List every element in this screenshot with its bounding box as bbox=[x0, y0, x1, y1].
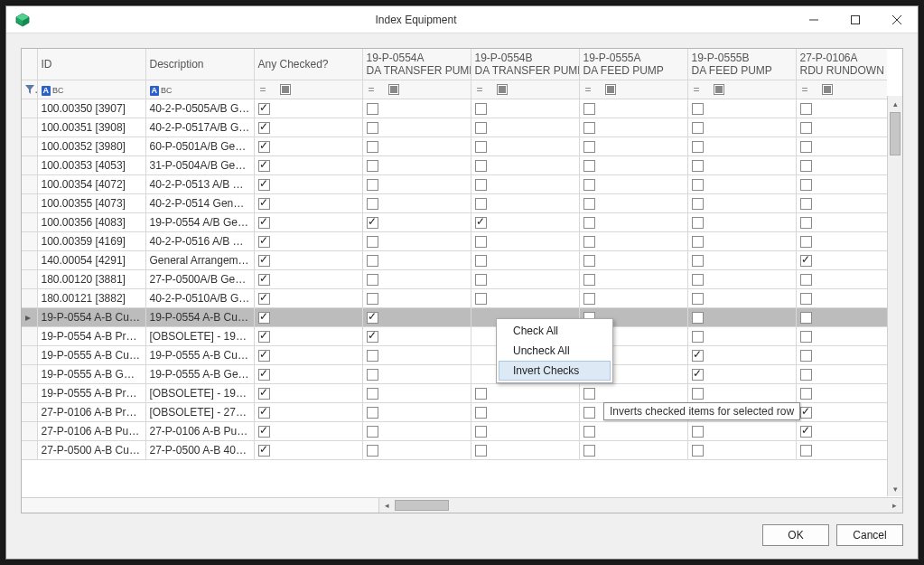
cell-checkbox[interactable] bbox=[471, 288, 579, 307]
checkbox[interactable] bbox=[258, 369, 270, 381]
checkbox[interactable] bbox=[800, 274, 812, 286]
row-marker[interactable] bbox=[22, 118, 37, 137]
filter-any[interactable]: = bbox=[254, 80, 362, 99]
row-marker[interactable] bbox=[22, 212, 37, 231]
cell-description[interactable]: 27-P-0500 A-B 40-… bbox=[145, 440, 254, 459]
row-marker[interactable] bbox=[22, 440, 37, 459]
checkbox[interactable] bbox=[800, 293, 812, 305]
cell-description[interactable]: 27-P-0106 A-B Pu… bbox=[145, 421, 254, 440]
checkbox[interactable] bbox=[692, 350, 704, 362]
checkbox[interactable] bbox=[692, 369, 704, 381]
cell-any-checked[interactable] bbox=[254, 155, 362, 174]
checkbox[interactable] bbox=[367, 274, 378, 286]
checkbox[interactable] bbox=[692, 312, 704, 324]
header-id[interactable]: ID bbox=[37, 49, 145, 80]
row-marker[interactable] bbox=[22, 345, 37, 364]
cell-id[interactable]: 19-P-0555 A-B Cur… bbox=[37, 345, 145, 364]
cell-description[interactable]: 19-P-0555 A-B Cur… bbox=[145, 345, 254, 364]
checkbox[interactable] bbox=[692, 160, 704, 172]
header-select-all[interactable] bbox=[22, 49, 37, 80]
checkbox[interactable] bbox=[800, 369, 812, 381]
checkbox[interactable] bbox=[367, 122, 378, 134]
cell-id[interactable]: 27-P-0500 A-B Cur… bbox=[37, 440, 145, 459]
cancel-button[interactable]: Cancel bbox=[836, 524, 903, 546]
cell-description[interactable]: [OBSOLETE] - 19-P… bbox=[145, 383, 254, 402]
checkbox[interactable] bbox=[583, 236, 595, 248]
cell-id[interactable]: 140.00054 [4291] bbox=[37, 250, 145, 269]
checkbox[interactable] bbox=[692, 445, 704, 457]
table-row[interactable]: 180.00120 [3881]27-P-0500A/B Gen… bbox=[22, 269, 887, 288]
row-marker[interactable] bbox=[22, 193, 37, 212]
cell-checkbox[interactable] bbox=[687, 269, 796, 288]
cell-checkbox[interactable] bbox=[687, 345, 796, 364]
checkbox[interactable] bbox=[583, 274, 595, 286]
cell-id[interactable]: 100.00352 [3980] bbox=[37, 137, 145, 155]
cell-description[interactable]: 40-2-P-0513 A/B G… bbox=[145, 174, 254, 193]
cell-description[interactable]: 27-P-0500A/B Gen… bbox=[145, 269, 254, 288]
checkbox[interactable] bbox=[800, 179, 812, 191]
checkbox[interactable] bbox=[692, 103, 704, 115]
checkbox[interactable] bbox=[258, 103, 270, 115]
cell-description[interactable]: 40-2-P-0505A/B G… bbox=[145, 99, 254, 118]
cell-checkbox[interactable] bbox=[796, 212, 887, 231]
checkbox[interactable] bbox=[258, 407, 270, 419]
checkbox[interactable] bbox=[800, 122, 812, 134]
hscroll-left-icon[interactable]: ◂ bbox=[379, 498, 395, 513]
cell-checkbox[interactable] bbox=[687, 212, 796, 231]
context-menu-item[interactable]: Invert Checks bbox=[499, 361, 611, 381]
context-menu-item[interactable]: Check All bbox=[499, 321, 611, 341]
cell-any-checked[interactable] bbox=[254, 212, 362, 231]
checkbox[interactable] bbox=[692, 293, 704, 305]
checkbox[interactable] bbox=[367, 217, 378, 229]
cell-checkbox[interactable] bbox=[579, 250, 687, 269]
header-description[interactable]: Description bbox=[145, 49, 254, 80]
cell-id[interactable]: 100.00356 [4083] bbox=[37, 212, 145, 231]
checkbox[interactable] bbox=[367, 255, 378, 267]
cell-checkbox[interactable] bbox=[362, 269, 471, 288]
cell-checkbox[interactable] bbox=[796, 307, 887, 326]
checkbox[interactable] bbox=[692, 426, 704, 438]
vertical-scroll-thumb[interactable] bbox=[890, 112, 901, 155]
cell-checkbox[interactable] bbox=[471, 193, 579, 212]
cell-description[interactable]: 19-P-0554 A/B Ge… bbox=[145, 212, 254, 231]
checkbox[interactable] bbox=[475, 141, 487, 153]
cell-checkbox[interactable] bbox=[471, 383, 579, 402]
cell-any-checked[interactable] bbox=[254, 326, 362, 345]
cell-checkbox[interactable] bbox=[796, 269, 887, 288]
cell-checkbox[interactable] bbox=[362, 250, 471, 269]
table-row[interactable]: 27-P-0500 A-B Cur…27-P-0500 A-B 40-… bbox=[22, 440, 887, 459]
row-marker[interactable] bbox=[22, 155, 37, 174]
cell-checkbox[interactable] bbox=[471, 155, 579, 174]
checkbox[interactable] bbox=[583, 160, 595, 172]
cell-description[interactable]: 40-2-P-0514 Gener… bbox=[145, 193, 254, 212]
checkbox[interactable] bbox=[475, 236, 487, 248]
cell-checkbox[interactable] bbox=[471, 440, 579, 459]
cell-description[interactable]: [OBSOLETE] - 19-P… bbox=[145, 326, 254, 345]
checkbox[interactable] bbox=[800, 350, 812, 362]
cell-any-checked[interactable] bbox=[254, 99, 362, 118]
cell-checkbox[interactable] bbox=[796, 383, 887, 402]
cell-checkbox[interactable] bbox=[362, 231, 471, 250]
checkbox[interactable] bbox=[258, 179, 270, 191]
cell-checkbox[interactable] bbox=[471, 212, 579, 231]
cell-any-checked[interactable] bbox=[254, 231, 362, 250]
cell-checkbox[interactable] bbox=[579, 269, 687, 288]
checkbox[interactable] bbox=[692, 331, 704, 343]
cell-description[interactable]: General Arrangem… bbox=[145, 250, 254, 269]
cell-checkbox[interactable] bbox=[579, 99, 687, 118]
checkbox[interactable] bbox=[800, 426, 812, 438]
cell-checkbox[interactable] bbox=[796, 250, 887, 269]
checkbox[interactable] bbox=[258, 217, 270, 229]
cell-any-checked[interactable] bbox=[254, 137, 362, 155]
checkbox[interactable] bbox=[692, 255, 704, 267]
filter-row[interactable]: ABC ABC = = = = = = bbox=[22, 80, 887, 99]
cell-checkbox[interactable] bbox=[471, 402, 579, 421]
row-marker[interactable] bbox=[22, 174, 37, 193]
checkbox[interactable] bbox=[258, 198, 270, 210]
cell-checkbox[interactable] bbox=[687, 307, 796, 326]
checkbox[interactable] bbox=[583, 198, 595, 210]
checkbox[interactable] bbox=[583, 103, 595, 115]
cell-checkbox[interactable] bbox=[796, 174, 887, 193]
cell-any-checked[interactable] bbox=[254, 345, 362, 364]
checkbox[interactable] bbox=[800, 198, 812, 210]
